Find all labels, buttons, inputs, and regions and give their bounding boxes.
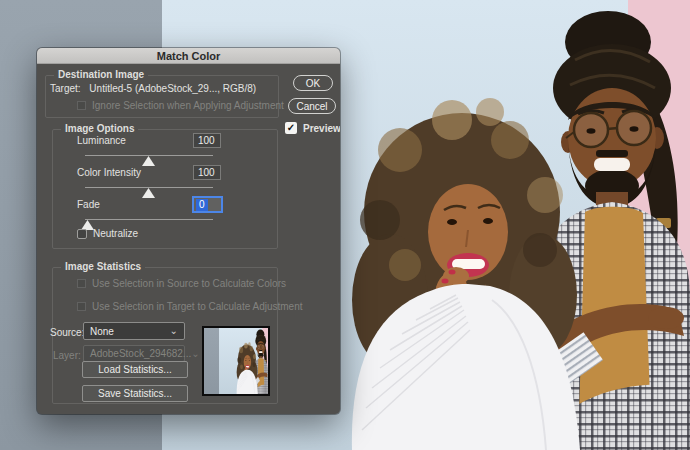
layer-select-value: AdobeStock_294682... — [90, 348, 191, 359]
source-image-thumbnail — [202, 326, 270, 396]
neutralize-label: Neutralize — [93, 228, 138, 239]
image-options-legend: Image Options — [61, 123, 138, 134]
luminance-field[interactable]: 100 — [193, 133, 221, 148]
luminance-slider-thumb[interactable] — [142, 156, 155, 166]
color-intensity-slider-track[interactable] — [85, 187, 213, 188]
destination-image-group: Destination Image — [45, 75, 279, 118]
cancel-button[interactable]: Cancel — [288, 98, 336, 114]
color-intensity-field[interactable]: 100 — [193, 165, 221, 180]
color-intensity-slider-thumb[interactable] — [142, 188, 155, 198]
ignore-selection-checkbox — [77, 101, 86, 110]
color-intensity-label: Color Intensity — [77, 167, 141, 178]
use-target-checkbox — [77, 302, 86, 311]
ignore-selection-label: Ignore Selection when Applying Adjustmen… — [92, 100, 284, 111]
fade-selected-text: 0 — [196, 199, 208, 211]
chevron-down-icon: ⌄ — [170, 327, 178, 335]
use-target-label: Use Selection in Target to Calculate Adj… — [92, 301, 303, 312]
screenshot-stage: Match Color Destination Image Target: Un… — [0, 0, 690, 450]
dialog-body: Destination Image Target: Untitled-5 (Ad… — [37, 64, 340, 414]
check-icon: ✓ — [287, 122, 295, 133]
use-source-checkbox — [77, 279, 86, 288]
fade-label: Fade — [77, 199, 100, 210]
fade-field[interactable]: 0 — [192, 196, 223, 213]
source-select-value: None — [90, 326, 114, 337]
luminance-label: Luminance — [77, 135, 126, 146]
dialog-title: Match Color — [157, 50, 221, 62]
preview-checkbox[interactable]: ✓ — [285, 122, 297, 134]
source-select[interactable]: None ⌄ — [83, 322, 185, 340]
fade-slider-track[interactable] — [85, 219, 213, 220]
ok-button[interactable]: OK — [293, 75, 333, 91]
image-statistics-legend: Image Statistics — [61, 261, 145, 272]
target-value: Untitled-5 (AdobeStock_29..., RGB/8) — [89, 83, 256, 94]
preview-label: Preview — [303, 123, 340, 134]
target-label: Target: — [50, 83, 81, 94]
match-color-dialog: Match Color Destination Image Target: Un… — [37, 48, 340, 414]
destination-image-legend: Destination Image — [54, 69, 148, 80]
source-label: Source: — [50, 327, 84, 338]
layer-label: Layer: — [53, 350, 81, 361]
load-statistics-button[interactable]: Load Statistics... — [82, 361, 188, 378]
use-source-label: Use Selection in Source to Calculate Col… — [92, 278, 286, 289]
layer-select: AdobeStock_294682... ⌄ — [83, 345, 185, 362]
dialog-titlebar[interactable]: Match Color — [37, 48, 340, 64]
neutralize-checkbox[interactable] — [77, 229, 87, 239]
save-statistics-button[interactable]: Save Statistics... — [82, 385, 188, 402]
luminance-slider-track[interactable] — [85, 155, 213, 156]
chevron-down-icon: ⌄ — [191, 350, 199, 358]
